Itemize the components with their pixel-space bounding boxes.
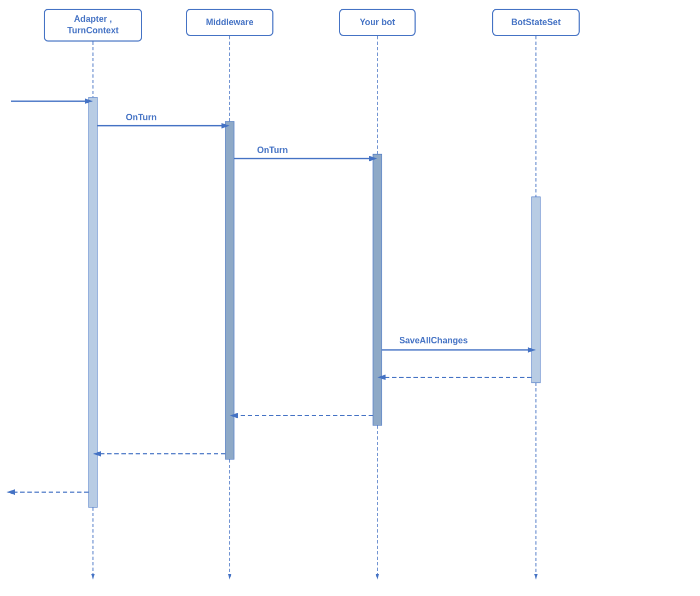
svg-text:SaveAllChanges: SaveAllChanges [399, 336, 468, 345]
svg-marker-5 [228, 574, 231, 580]
actor-yourbot: Your bot [339, 9, 416, 36]
actor-botstateset: BotStateSet [492, 9, 580, 36]
svg-marker-2 [91, 574, 95, 580]
svg-marker-8 [376, 574, 379, 580]
svg-rect-12 [89, 97, 97, 507]
svg-rect-15 [532, 197, 540, 383]
diagram-svg: OnTurn OnTurn SaveAllChanges [0, 0, 700, 596]
svg-marker-34 [7, 489, 15, 495]
svg-marker-11 [534, 574, 538, 580]
svg-text:OnTurn: OnTurn [257, 145, 288, 155]
svg-rect-13 [225, 121, 234, 459]
sequence-diagram: OnTurn OnTurn SaveAllChanges Adapter ,Tu… [0, 0, 700, 596]
actor-adapter: Adapter ,TurnContext [44, 9, 142, 42]
actor-middleware: Middleware [186, 9, 273, 36]
svg-text:OnTurn: OnTurn [126, 113, 157, 122]
svg-rect-14 [373, 154, 382, 425]
